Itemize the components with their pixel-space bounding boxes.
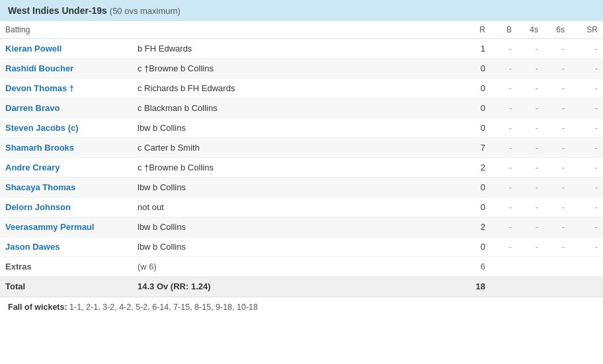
dismissal: lbw b Collins bbox=[132, 217, 464, 237]
player-name[interactable]: Rashidi Boucher bbox=[5, 63, 73, 73]
total-label: Total bbox=[0, 277, 132, 297]
strike-rate: - bbox=[570, 217, 603, 237]
sixes: - bbox=[543, 237, 570, 257]
runs: 0 bbox=[464, 59, 491, 79]
fours: - bbox=[517, 138, 543, 158]
player-name[interactable]: Darren Bravo bbox=[5, 103, 60, 113]
dismissal: c †Browne b Collins bbox=[132, 59, 464, 79]
scorecard: West Indies Under-19s (50 ovs maximum) B… bbox=[0, 0, 603, 317]
dismissal: c Blackman b Collins bbox=[132, 98, 464, 118]
strike-rate: - bbox=[570, 158, 603, 178]
extras-label: Extras bbox=[0, 257, 132, 277]
table-row: Shamarh Brooks c Carter b Smith 7 - - - … bbox=[0, 138, 603, 158]
runs: 0 bbox=[464, 237, 491, 257]
player-name[interactable]: Andre Creary bbox=[5, 163, 60, 172]
player-name[interactable]: Veerasammy Permaul bbox=[5, 222, 94, 232]
strike-rate: - bbox=[570, 98, 603, 118]
strike-rate: - bbox=[570, 138, 603, 158]
dismissal: not out bbox=[132, 198, 464, 217]
sixes: - bbox=[543, 59, 570, 79]
player-name[interactable]: Shamarh Brooks bbox=[5, 143, 74, 153]
runs: 2 bbox=[464, 217, 491, 237]
balls: - bbox=[491, 79, 517, 98]
table-row: Steven Jacobs (c) lbw b Collins 0 - - - … bbox=[0, 118, 603, 138]
player-name[interactable]: Devon Thomas † bbox=[5, 83, 74, 93]
col-header-4s: 4s bbox=[517, 21, 543, 39]
fours: - bbox=[517, 39, 543, 59]
runs: 0 bbox=[464, 118, 491, 138]
fall-of-wickets-label: Fall of wickets: bbox=[8, 303, 67, 312]
balls: - bbox=[491, 158, 517, 178]
sixes: - bbox=[543, 158, 570, 178]
runs: 1 bbox=[464, 39, 491, 59]
strike-rate: - bbox=[570, 118, 603, 138]
fall-of-wickets: Fall of wickets: 1-1, 2-1, 3-2, 4-2, 5-2… bbox=[0, 297, 603, 317]
extras-detail: (w 6) bbox=[132, 257, 464, 277]
table-row: Rashidi Boucher c †Browne b Collins 0 - … bbox=[0, 59, 603, 79]
sixes: - bbox=[543, 138, 570, 158]
player-name[interactable]: Jason Dawes bbox=[5, 242, 60, 252]
total-row: Total 14.3 Ov (RR: 1.24) 18 bbox=[0, 277, 603, 297]
fours: - bbox=[517, 158, 543, 178]
balls: - bbox=[491, 118, 517, 138]
balls: - bbox=[491, 98, 517, 118]
col-header-batting: Batting bbox=[0, 21, 132, 39]
fours: - bbox=[517, 79, 543, 98]
dismissal: c †Browne b Collins bbox=[132, 158, 464, 178]
player-name[interactable]: Kieran Powell bbox=[5, 44, 61, 54]
dismissal: b FH Edwards bbox=[132, 39, 464, 59]
table-row: Devon Thomas † c Richards b FH Edwards 0… bbox=[0, 79, 603, 98]
balls: - bbox=[491, 39, 517, 59]
balls: - bbox=[491, 198, 517, 217]
balls: - bbox=[491, 59, 517, 79]
runs: 0 bbox=[464, 79, 491, 98]
runs: 0 bbox=[464, 98, 491, 118]
runs: 7 bbox=[464, 138, 491, 158]
table-row: Darren Bravo c Blackman b Collins 0 - - … bbox=[0, 98, 603, 118]
col-header-dismissal bbox=[132, 21, 464, 39]
sixes: - bbox=[543, 217, 570, 237]
runs: 0 bbox=[464, 198, 491, 217]
player-name[interactable]: Shacaya Thomas bbox=[5, 182, 75, 192]
table-row: Delorn Johnson not out 0 - - - - bbox=[0, 198, 603, 217]
table-row: Jason Dawes lbw b Collins 0 - - - - bbox=[0, 237, 603, 257]
fours: - bbox=[517, 237, 543, 257]
total-detail: 14.3 Ov (RR: 1.24) bbox=[132, 277, 464, 297]
strike-rate: - bbox=[570, 79, 603, 98]
batting-table: Batting R B 4s 6s SR Kieran Powell b FH … bbox=[0, 21, 603, 297]
dismissal: c Carter b Smith bbox=[132, 138, 464, 158]
strike-rate: - bbox=[570, 198, 603, 217]
runs: 2 bbox=[464, 158, 491, 178]
col-header-6s: 6s bbox=[543, 21, 570, 39]
sixes: - bbox=[543, 39, 570, 59]
table-row: Veerasammy Permaul lbw b Collins 2 - - -… bbox=[0, 217, 603, 237]
table-row: Shacaya Thomas lbw b Collins 0 - - - - bbox=[0, 178, 603, 198]
sixes: - bbox=[543, 98, 570, 118]
extras-row: Extras (w 6) 6 bbox=[0, 257, 603, 277]
player-name[interactable]: Delorn Johnson bbox=[5, 202, 71, 212]
sixes: - bbox=[543, 198, 570, 217]
strike-rate: - bbox=[570, 39, 603, 59]
table-row: Andre Creary c †Browne b Collins 2 - - -… bbox=[0, 158, 603, 178]
dismissal: c Richards b FH Edwards bbox=[132, 79, 464, 98]
sixes: - bbox=[543, 79, 570, 98]
runs: 0 bbox=[464, 178, 491, 198]
fours: - bbox=[517, 98, 543, 118]
table-row: Kieran Powell b FH Edwards 1 - - - - bbox=[0, 39, 603, 59]
dismissal: lbw b Collins bbox=[132, 118, 464, 138]
player-name[interactable]: Steven Jacobs (c) bbox=[5, 123, 79, 133]
team-condition: (50 ovs maximum) bbox=[110, 6, 181, 16]
team-header: West Indies Under-19s (50 ovs maximum) bbox=[0, 0, 603, 21]
dismissal: lbw b Collins bbox=[132, 178, 464, 198]
total-value: 18 bbox=[464, 277, 491, 297]
team-name: West Indies Under-19s bbox=[8, 5, 107, 16]
dismissal: lbw b Collins bbox=[132, 237, 464, 257]
sixes: - bbox=[543, 118, 570, 138]
col-header-b: B bbox=[491, 21, 517, 39]
sixes: - bbox=[543, 178, 570, 198]
col-header-sr: SR bbox=[570, 21, 603, 39]
strike-rate: - bbox=[570, 59, 603, 79]
balls: - bbox=[491, 217, 517, 237]
fall-of-wickets-value: 1-1, 2-1, 3-2, 4-2, 5-2, 6-14, 7-15, 8-1… bbox=[69, 303, 258, 312]
fours: - bbox=[517, 198, 543, 217]
